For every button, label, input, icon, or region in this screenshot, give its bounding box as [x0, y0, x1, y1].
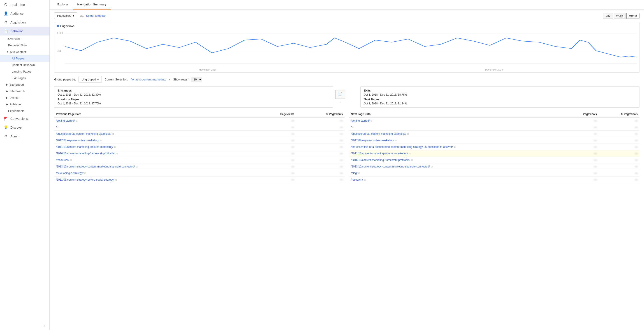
sidebar-item-label: Audience — [10, 12, 24, 15]
toolbar-left: Pageviews ▾ VS. Select a metric — [54, 13, 106, 19]
prev-pct-cell: — — [296, 163, 344, 170]
sidebar-item-behavior[interactable]: 📄 Behavior — [0, 27, 50, 36]
chevron-down-icon: ▾ — [97, 78, 99, 81]
sidebar-item-site-speed[interactable]: ▶ Site Speed — [0, 81, 50, 88]
sidebar-item-overview[interactable]: Overview — [0, 36, 50, 42]
next-pct-cell: — — [599, 137, 640, 144]
sidebar-item-exit-pages[interactable]: Exit Pages — [0, 75, 50, 81]
show-rows-label: Show rows: — [173, 78, 188, 81]
day-button[interactable]: Day — [603, 13, 613, 19]
next-pct-cell: — — [599, 163, 640, 170]
prev-pct-cell: — — [296, 137, 344, 144]
sidebar-item-label: Discover — [10, 126, 22, 129]
prev-pageviews-cell: — — [255, 170, 296, 177]
sidebar-sub-label: Site Search — [10, 89, 24, 93]
select-metric-link[interactable]: Select a metric — [86, 14, 106, 18]
week-button[interactable]: Week — [614, 13, 626, 19]
acquisition-icon: ⚙ — [4, 20, 8, 24]
sidebar-item-realtime[interactable]: ⏱ Real-Time — [0, 1, 50, 9]
panel-next: Exits Oct 1, 2018 - Dec 31, 2018: 68.76%… — [360, 86, 640, 108]
prev-pct-cell: — — [296, 131, 344, 137]
metric-dropdown-label: Pageviews — [57, 14, 71, 18]
show-rows-select[interactable]: 10 25 50 — [191, 77, 202, 82]
next-path-cell: /blog/⧉ — [349, 170, 564, 177]
next-pageviews-cell: — — [564, 124, 599, 131]
sidebar-item-landing-pages[interactable]: Landing Pages — [0, 68, 50, 75]
nav-summary-area: Group pages by: Ungrouped ▾ Current Sele… — [50, 73, 644, 187]
sidebar-item-label: Real-Time — [10, 3, 25, 7]
prev-pageviews-cell: — — [255, 117, 296, 124]
prev-path-cell: /resources/⧉ — [54, 157, 255, 163]
table-row: /2013/10/content-strategy-content-market… — [54, 163, 344, 170]
main-content: Explorer Navigation Summary Pageviews ▾ … — [50, 0, 644, 330]
next-path-cell: /2016/10/content-marketing-framework-pro… — [349, 157, 564, 163]
sidebar-item-all-pages[interactable]: All Pages — [0, 55, 50, 62]
sidebar-item-label: Conversions — [10, 117, 28, 120]
sidebar-item-experiments[interactable]: Experiments — [0, 108, 50, 114]
ungrouped-label: Ungrouped — [82, 78, 96, 81]
sidebar-sub-label: Behavior Flow — [8, 44, 27, 47]
sidebar-item-label: Admin — [10, 134, 20, 138]
table-row: /education/great-content-marketing-examp… — [54, 131, 344, 137]
x-label-nov: November 2018 — [199, 68, 216, 71]
prev-pageviews-cell: — — [255, 144, 296, 150]
next-pageviews-cell: — — [564, 117, 599, 124]
group-by-label: Group pages by: — [54, 78, 76, 81]
chart-area: Pageviews 1,000 500 November 2018 Decemb… — [54, 22, 640, 73]
table-row: /⧉ — — — [349, 124, 640, 131]
sidebar-item-admin[interactable]: ⚙ Admin — [0, 132, 50, 141]
admin-icon: ⚙ — [4, 134, 8, 138]
chevron-right-icon: ▶ — [6, 90, 8, 92]
sidebar-collapse-button[interactable]: ‹ — [0, 321, 50, 330]
sidebar-item-audience[interactable]: 👤 Audience — [0, 9, 50, 18]
col-next-pageviews: Pageviews — [564, 111, 599, 117]
sidebar-item-discover[interactable]: 💡 Discover — [0, 123, 50, 132]
chart-x-labels: November 2018 December 2018 — [65, 68, 637, 71]
entrances-label: Entrances — [58, 89, 101, 92]
table-row: /2013/10/content-strategy-content-market… — [349, 163, 640, 170]
next-pct-cell: — — [599, 124, 640, 131]
sidebar-item-conversions[interactable]: 🚩 Conversions — [0, 114, 50, 123]
sidebar-item-site-content[interactable]: ▼ Site Content — [0, 49, 50, 55]
col-previous-pageviews: Pageviews — [255, 111, 296, 117]
sidebar-sub-label: Experiments — [8, 109, 24, 113]
next-pages-label: Next Pages — [364, 98, 636, 101]
conversions-icon: 🚩 — [4, 116, 8, 121]
sidebar-item-publisher[interactable]: ▶ Publisher — [0, 101, 50, 108]
tab-navigation-summary[interactable]: Navigation Summary — [73, 0, 110, 10]
tables-row: Previous Page Path Pageviews % Pageviews… — [54, 111, 640, 183]
next-pageviews-cell: — — [564, 150, 599, 157]
chevron-right-icon: ▶ — [6, 83, 8, 86]
table-row: /2011/11/content-marketing-inbound-marke… — [54, 144, 344, 150]
panel-previous: Entrances Oct 1, 2018 - Dec 31, 2018: 82… — [54, 86, 333, 108]
x-label-dec: December 2018 — [485, 68, 503, 71]
toolbar: Pageviews ▾ VS. Select a metric Day Week… — [50, 10, 644, 22]
sidebar-item-site-search[interactable]: ▶ Site Search — [0, 88, 50, 94]
previous-pages-table: Previous Page Path Pageviews % Pageviews… — [54, 111, 344, 183]
sidebar-item-behavior-flow[interactable]: Behavior Flow — [0, 42, 50, 49]
sidebar-item-label: Behavior — [10, 29, 23, 33]
audience-icon: 👤 — [4, 11, 8, 16]
table-row: /2011/11/content-marketing-inbound-marke… — [349, 150, 640, 157]
chart-svg — [65, 29, 637, 68]
sidebar-item-acquisition[interactable]: ⚙ Acquisition — [0, 18, 50, 27]
sidebar-item-events[interactable]: ▶ Events — [0, 94, 50, 101]
next-pct-cell: — — [599, 117, 640, 124]
ungrouped-dropdown[interactable]: Ungrouped ▾ — [78, 76, 102, 83]
current-selection-link[interactable]: /what-is-content-marketing/ — [131, 78, 166, 81]
next-pages-table: Next Page Path Pageviews % Pageviews /ge… — [349, 111, 640, 183]
sidebar-item-content-drilldown[interactable]: Content Drilldown — [0, 62, 50, 68]
time-buttons: Day Week Month — [603, 13, 640, 19]
metric-dropdown[interactable]: Pageviews ▾ — [54, 13, 77, 19]
dropdown-arrow-icon[interactable]: ▾ — [169, 78, 170, 81]
table-row: /2016/10/content-marketing-framework-pro… — [349, 157, 640, 163]
month-button[interactable]: Month — [626, 13, 640, 19]
table-row: /the-essentials-of-a-documented-content-… — [349, 144, 640, 150]
next-path-cell: /research/⧉ — [349, 177, 564, 183]
realtime-icon: ⏱ — [4, 3, 8, 7]
tab-explorer[interactable]: Explorer — [53, 0, 72, 10]
discover-icon: 💡 — [4, 125, 8, 129]
sidebar-main-nav: ⏱ Real-Time 👤 Audience ⚙ Acquisition 📄 B… — [0, 0, 50, 141]
prev-path-cell: /education/great-content-marketing-examp… — [54, 131, 255, 137]
page-doc-icon: 📄 — [337, 92, 343, 97]
